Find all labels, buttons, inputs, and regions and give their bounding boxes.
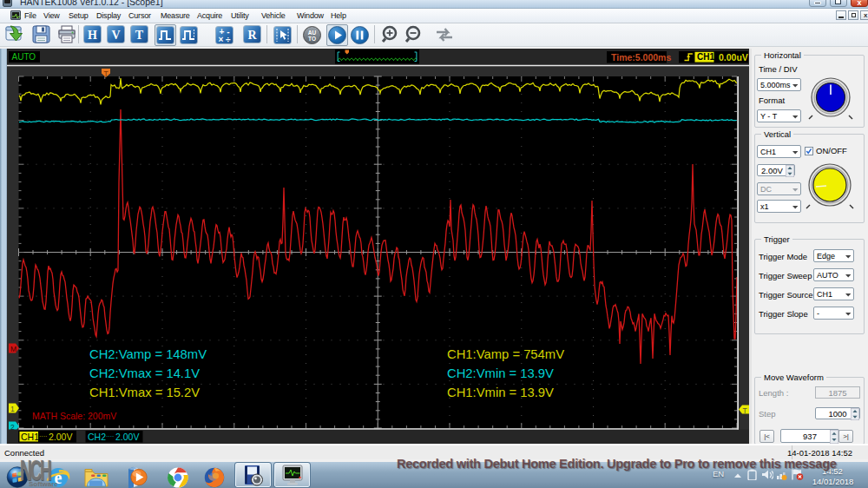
svg-text:M: M [10,345,16,353]
svg-text:CH1:Vmin = 13.9V: CH1:Vmin = 13.9V [447,386,554,399]
svg-text:AUTO: AUTO [12,52,36,62]
svg-text:CH2:Vmax = 14.1V: CH2:Vmax = 14.1V [89,366,200,380]
svg-text:CH1: CH1 [697,52,714,62]
svg-text:····: ···· [39,433,47,439]
svg-text:CH2:Vamp = 148mV: CH2:Vamp = 148mV [89,347,207,361]
svg-text:MATH Scale: 200mV: MATH Scale: 200mV [32,411,116,421]
svg-text:T: T [104,69,108,78]
svg-text:2.00V: 2.00V [49,432,72,442]
svg-text:CH1: CH1 [21,432,39,442]
svg-text:2.00V: 2.00V [115,432,139,442]
svg-text:0.00uV: 0.00uV [719,52,748,63]
svg-text:CH2: CH2 [88,432,106,442]
svg-text:1: 1 [10,405,15,413]
svg-text:Time:5.000ms: Time:5.000ms [611,52,671,63]
svg-text:CH1:Vamp = 754mV: CH1:Vamp = 754mV [447,347,564,361]
svg-text:CH2:Vmin = 13.9V: CH2:Vmin = 13.9V [447,366,554,380]
svg-text:····: ···· [106,433,114,439]
svg-text:CH1:Vmax = 15.2V: CH1:Vmax = 15.2V [89,386,200,399]
svg-text:T: T [743,406,747,415]
